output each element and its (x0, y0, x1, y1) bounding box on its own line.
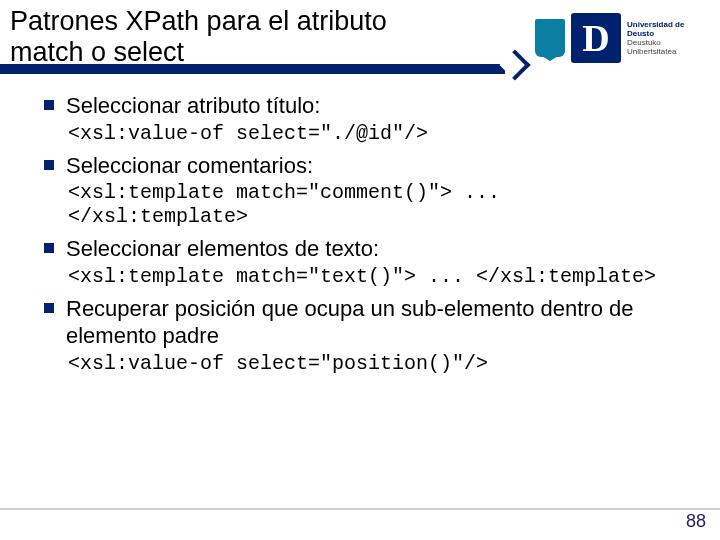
code-snippet: <xsl:value-of select="position()"/> (44, 352, 692, 376)
footer-divider (0, 508, 720, 510)
header: Patrones XPath para el atributo match o … (0, 0, 720, 78)
bullet-square-icon (44, 303, 54, 313)
list-item: Seleccionar comentarios: <xsl:template m… (44, 152, 692, 230)
chevron-icon (505, 58, 531, 80)
code-snippet: <xsl:template match="comment()"> ... </x… (44, 181, 692, 229)
bullet-text: Seleccionar elementos de texto: (66, 235, 379, 263)
bullet-text: Seleccionar comentarios: (66, 152, 313, 180)
bullet-text: Seleccionar atributo título: (66, 92, 320, 120)
code-snippet: <xsl:template match="text()"> ... </xsl:… (44, 265, 692, 289)
logo-letter: D (571, 13, 621, 63)
bullet-text: Recuperar posición que ocupa un sub-elem… (66, 295, 692, 350)
university-name-es: Universidad de Deusto (627, 20, 707, 38)
list-item: Seleccionar atributo título: <xsl:value-… (44, 92, 692, 146)
bullet-square-icon (44, 160, 54, 170)
bullet-square-icon (44, 243, 54, 253)
title-line-1: Patrones XPath para el atributo (10, 6, 387, 36)
list-item: Recuperar posición que ocupa un sub-elem… (44, 295, 692, 376)
list-item: Seleccionar elementos de texto: <xsl:tem… (44, 235, 692, 289)
title-underline-bar (0, 64, 510, 74)
shield-icon (535, 19, 565, 57)
code-snippet: <xsl:value-of select="./@id"/> (44, 122, 692, 146)
university-name: Universidad de Deusto Deustuko Unibertsi… (627, 20, 707, 57)
university-name-eu: Deustuko Unibertsitatea (627, 38, 707, 56)
bullet-square-icon (44, 100, 54, 110)
page-number: 88 (686, 511, 706, 532)
title-line-2: match o select (10, 37, 184, 67)
content-area: Seleccionar atributo título: <xsl:value-… (0, 78, 720, 376)
university-logo: D Universidad de Deusto Deustuko Unibert… (535, 8, 710, 68)
slide: Patrones XPath para el atributo match o … (0, 0, 720, 540)
